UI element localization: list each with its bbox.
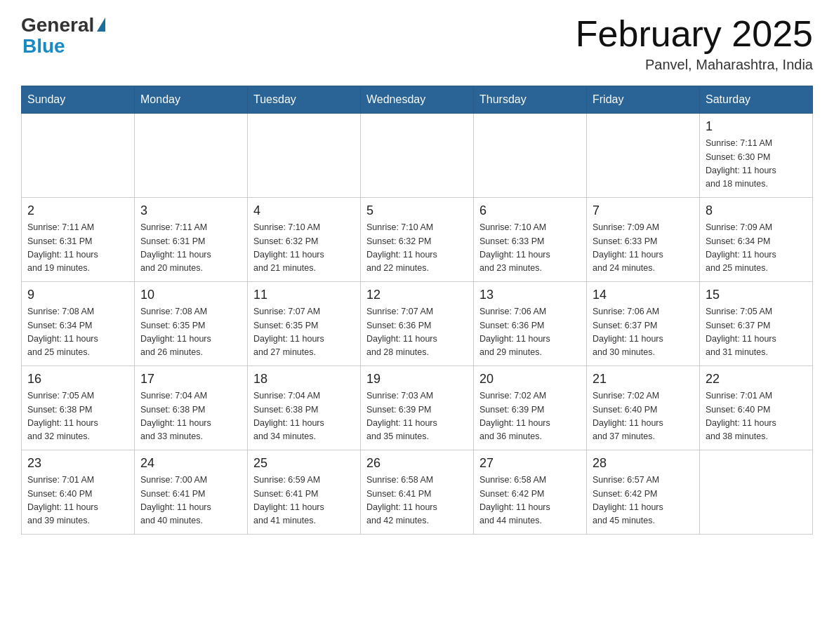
day-info: Sunrise: 7:00 AM Sunset: 6:41 PM Dayligh…: [140, 474, 241, 528]
day-info: Sunrise: 7:11 AM Sunset: 6:31 PM Dayligh…: [140, 221, 241, 276]
calendar-day-cell: 19Sunrise: 7:03 AM Sunset: 6:39 PM Dayli…: [361, 366, 474, 450]
day-info: Sunrise: 7:05 AM Sunset: 6:37 PM Dayligh…: [706, 305, 807, 360]
day-number: 13: [479, 288, 581, 302]
day-number: 21: [593, 372, 694, 387]
day-number: 17: [140, 372, 241, 387]
day-number: 1: [706, 119, 807, 134]
day-info: Sunrise: 7:01 AM Sunset: 6:40 PM Dayligh…: [27, 474, 128, 528]
day-info: Sunrise: 7:06 AM Sunset: 6:36 PM Dayligh…: [479, 305, 581, 360]
calendar-week-row: 9Sunrise: 7:08 AM Sunset: 6:34 PM Daylig…: [22, 282, 813, 366]
day-number: 18: [253, 372, 355, 387]
calendar-day-cell: 21Sunrise: 7:02 AM Sunset: 6:40 PM Dayli…: [587, 366, 700, 450]
calendar-day-cell: 6Sunrise: 7:10 AM Sunset: 6:33 PM Daylig…: [474, 198, 587, 282]
day-number: 25: [253, 456, 355, 471]
calendar-day-cell: [361, 114, 474, 198]
calendar-day-cell: 8Sunrise: 7:09 AM Sunset: 6:34 PM Daylig…: [700, 198, 813, 282]
calendar-table: SundayMondayTuesdayWednesdayThursdayFrid…: [21, 86, 813, 535]
day-number: 15: [706, 288, 807, 302]
day-number: 23: [27, 456, 128, 471]
day-info: Sunrise: 7:10 AM Sunset: 6:32 PM Dayligh…: [366, 221, 468, 276]
day-info: Sunrise: 7:07 AM Sunset: 6:35 PM Dayligh…: [253, 305, 355, 360]
calendar-day-cell: 28Sunrise: 6:57 AM Sunset: 6:42 PM Dayli…: [587, 450, 700, 535]
title-block: February 2025 Panvel, Maharashtra, India: [576, 14, 813, 73]
calendar-day-cell: 11Sunrise: 7:07 AM Sunset: 6:35 PM Dayli…: [248, 282, 361, 366]
day-number: 5: [366, 203, 468, 218]
day-number: 4: [253, 203, 355, 218]
calendar-day-cell: 4Sunrise: 7:10 AM Sunset: 6:32 PM Daylig…: [248, 198, 361, 282]
day-info: Sunrise: 7:10 AM Sunset: 6:32 PM Dayligh…: [253, 221, 355, 276]
day-number: 28: [593, 456, 694, 471]
day-number: 9: [27, 288, 128, 302]
logo-blue-text: Blue: [22, 35, 65, 58]
page-header: General Blue February 2025 Panvel, Mahar…: [21, 14, 813, 73]
calendar-week-row: 16Sunrise: 7:05 AM Sunset: 6:38 PM Dayli…: [22, 366, 813, 450]
day-number: 27: [479, 456, 581, 471]
calendar-day-cell: 2Sunrise: 7:11 AM Sunset: 6:31 PM Daylig…: [22, 198, 135, 282]
calendar-day-cell: [700, 450, 813, 535]
day-of-week-header: Thursday: [474, 86, 587, 114]
day-of-week-header: Saturday: [700, 86, 813, 114]
calendar-week-row: 1Sunrise: 7:11 AM Sunset: 6:30 PM Daylig…: [22, 114, 813, 198]
calendar-day-cell: 1Sunrise: 7:11 AM Sunset: 6:30 PM Daylig…: [700, 114, 813, 198]
calendar-week-row: 2Sunrise: 7:11 AM Sunset: 6:31 PM Daylig…: [22, 198, 813, 282]
calendar-day-cell: 7Sunrise: 7:09 AM Sunset: 6:33 PM Daylig…: [587, 198, 700, 282]
day-info: Sunrise: 7:02 AM Sunset: 6:39 PM Dayligh…: [479, 389, 581, 444]
calendar-day-cell: 26Sunrise: 6:58 AM Sunset: 6:41 PM Dayli…: [361, 450, 474, 535]
day-info: Sunrise: 7:02 AM Sunset: 6:40 PM Dayligh…: [593, 389, 694, 444]
calendar-day-cell: 25Sunrise: 6:59 AM Sunset: 6:41 PM Dayli…: [248, 450, 361, 535]
calendar-header: SundayMondayTuesdayWednesdayThursdayFrid…: [22, 86, 813, 114]
calendar-day-cell: 17Sunrise: 7:04 AM Sunset: 6:38 PM Dayli…: [135, 366, 248, 450]
day-info: Sunrise: 7:09 AM Sunset: 6:33 PM Dayligh…: [593, 221, 694, 276]
day-of-week-header: Monday: [135, 86, 248, 114]
calendar-day-cell: [135, 114, 248, 198]
day-of-week-header: Wednesday: [361, 86, 474, 114]
day-number: 7: [593, 203, 694, 218]
day-number: 8: [706, 203, 807, 218]
day-info: Sunrise: 7:03 AM Sunset: 6:39 PM Dayligh…: [366, 389, 468, 444]
day-info: Sunrise: 7:04 AM Sunset: 6:38 PM Dayligh…: [253, 389, 355, 444]
day-number: 6: [479, 203, 581, 218]
day-number: 22: [706, 372, 807, 387]
calendar-day-cell: 22Sunrise: 7:01 AM Sunset: 6:40 PM Dayli…: [700, 366, 813, 450]
day-number: 20: [479, 372, 581, 387]
day-info: Sunrise: 7:08 AM Sunset: 6:34 PM Dayligh…: [27, 305, 128, 360]
day-number: 14: [593, 288, 694, 302]
day-info: Sunrise: 7:09 AM Sunset: 6:34 PM Dayligh…: [706, 221, 807, 276]
calendar-day-cell: 10Sunrise: 7:08 AM Sunset: 6:35 PM Dayli…: [135, 282, 248, 366]
calendar-day-cell: [587, 114, 700, 198]
day-number: 10: [140, 288, 241, 302]
logo: General Blue: [21, 14, 105, 58]
calendar-day-cell: 14Sunrise: 7:06 AM Sunset: 6:37 PM Dayli…: [587, 282, 700, 366]
calendar-day-cell: [474, 114, 587, 198]
calendar-day-cell: 16Sunrise: 7:05 AM Sunset: 6:38 PM Dayli…: [22, 366, 135, 450]
day-info: Sunrise: 6:57 AM Sunset: 6:42 PM Dayligh…: [593, 474, 694, 528]
day-number: 19: [366, 372, 468, 387]
day-of-week-header: Friday: [587, 86, 700, 114]
day-info: Sunrise: 7:10 AM Sunset: 6:33 PM Dayligh…: [479, 221, 581, 276]
calendar-subtitle: Panvel, Maharashtra, India: [576, 57, 813, 73]
day-number: 24: [140, 456, 241, 471]
day-number: 11: [253, 288, 355, 302]
day-info: Sunrise: 7:06 AM Sunset: 6:37 PM Dayligh…: [593, 305, 694, 360]
calendar-day-cell: 3Sunrise: 7:11 AM Sunset: 6:31 PM Daylig…: [135, 198, 248, 282]
calendar-day-cell: [22, 114, 135, 198]
day-number: 16: [27, 372, 128, 387]
calendar-day-cell: 20Sunrise: 7:02 AM Sunset: 6:39 PM Dayli…: [474, 366, 587, 450]
calendar-day-cell: 27Sunrise: 6:58 AM Sunset: 6:42 PM Dayli…: [474, 450, 587, 535]
calendar-day-cell: 9Sunrise: 7:08 AM Sunset: 6:34 PM Daylig…: [22, 282, 135, 366]
day-info: Sunrise: 7:11 AM Sunset: 6:31 PM Dayligh…: [27, 221, 128, 276]
calendar-day-cell: 5Sunrise: 7:10 AM Sunset: 6:32 PM Daylig…: [361, 198, 474, 282]
day-info: Sunrise: 7:07 AM Sunset: 6:36 PM Dayligh…: [366, 305, 468, 360]
day-info: Sunrise: 7:04 AM Sunset: 6:38 PM Dayligh…: [140, 389, 241, 444]
day-of-week-header: Sunday: [22, 86, 135, 114]
calendar-day-cell: 23Sunrise: 7:01 AM Sunset: 6:40 PM Dayli…: [22, 450, 135, 535]
day-number: 12: [366, 288, 468, 302]
day-info: Sunrise: 6:58 AM Sunset: 6:41 PM Dayligh…: [366, 474, 468, 528]
day-info: Sunrise: 6:58 AM Sunset: 6:42 PM Dayligh…: [479, 474, 581, 528]
calendar-body: 1Sunrise: 7:11 AM Sunset: 6:30 PM Daylig…: [22, 114, 813, 535]
day-info: Sunrise: 7:05 AM Sunset: 6:38 PM Dayligh…: [27, 389, 128, 444]
day-number: 26: [366, 456, 468, 471]
day-info: Sunrise: 7:08 AM Sunset: 6:35 PM Dayligh…: [140, 305, 241, 360]
logo-triangle-icon: [97, 18, 105, 32]
calendar-day-cell: 18Sunrise: 7:04 AM Sunset: 6:38 PM Dayli…: [248, 366, 361, 450]
